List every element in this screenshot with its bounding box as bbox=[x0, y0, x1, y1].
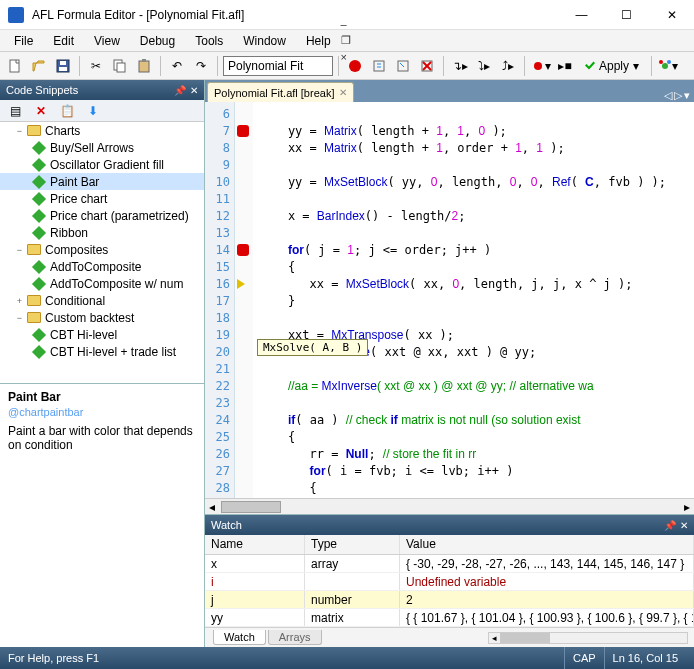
tree-item[interactable]: AddToComposite w/ num bbox=[0, 275, 204, 292]
pin-icon[interactable]: 📌 bbox=[174, 85, 186, 96]
tab-close-icon[interactable]: ✕ bbox=[339, 87, 347, 98]
watch-col-name[interactable]: Name bbox=[205, 535, 305, 554]
settings-button[interactable]: ▾ bbox=[657, 55, 679, 77]
watch-grid[interactable]: Name Type Value xarray{ -30, -29, -28, -… bbox=[205, 535, 694, 627]
gutter-blank[interactable] bbox=[235, 191, 253, 208]
menu-help[interactable]: Help bbox=[296, 31, 341, 51]
editor-hscrollbar[interactable]: ◂▸ bbox=[205, 498, 694, 514]
open-file-button[interactable] bbox=[28, 55, 50, 77]
gutter-blank[interactable] bbox=[235, 412, 253, 429]
tree-item[interactable]: CBT Hi-level + trade list bbox=[0, 343, 204, 360]
gutter-blank[interactable] bbox=[235, 140, 253, 157]
clear-button[interactable] bbox=[416, 55, 438, 77]
gutter-blank[interactable] bbox=[235, 327, 253, 344]
watch-row[interactable]: yymatrix{ { 101.67 }, { 101.04 }, { 100.… bbox=[205, 609, 694, 627]
watch-row[interactable]: xarray{ -30, -29, -28, -27, -26, ..., 14… bbox=[205, 555, 694, 573]
twist-icon[interactable]: + bbox=[14, 295, 25, 306]
watch-row[interactable]: iUndefined variable bbox=[205, 573, 694, 591]
gutter-blank[interactable] bbox=[235, 310, 253, 327]
gutter-blank[interactable] bbox=[235, 463, 253, 480]
twist-icon[interactable]: − bbox=[14, 125, 25, 136]
watch-pin-icon[interactable]: 📌 bbox=[664, 520, 676, 531]
watch-tab-arrays[interactable]: Arrays bbox=[268, 630, 322, 645]
svg-rect-0 bbox=[10, 60, 19, 72]
editor-tab[interactable]: Polynomial Fit.afl [break] ✕ bbox=[207, 82, 354, 102]
gutter-blank[interactable] bbox=[235, 106, 253, 123]
current-line-icon[interactable] bbox=[235, 276, 253, 293]
mdi-restore-icon[interactable]: ❐ bbox=[341, 34, 686, 47]
new-file-button[interactable] bbox=[4, 55, 26, 77]
gutter-blank[interactable] bbox=[235, 225, 253, 242]
menu-edit[interactable]: Edit bbox=[43, 31, 84, 51]
twist-icon[interactable]: − bbox=[14, 312, 25, 323]
tree-item[interactable]: AddToComposite bbox=[0, 258, 204, 275]
gutter-blank[interactable] bbox=[235, 344, 253, 361]
gutter-blank[interactable] bbox=[235, 361, 253, 378]
gutter-blank[interactable] bbox=[235, 174, 253, 191]
tab-menu-icon[interactable]: ▾ bbox=[684, 89, 690, 102]
tree-item[interactable]: Price chart bbox=[0, 190, 204, 207]
breakpoint-icon[interactable] bbox=[235, 123, 253, 140]
menu-tools[interactable]: Tools bbox=[185, 31, 233, 51]
gutter-blank[interactable] bbox=[235, 259, 253, 276]
tree-folder[interactable]: −Custom backtest bbox=[0, 309, 204, 326]
tool-button-2[interactable] bbox=[392, 55, 414, 77]
tree-item[interactable]: Price chart (parametrized) bbox=[0, 207, 204, 224]
tree-folder[interactable]: −Charts bbox=[0, 122, 204, 139]
record-button[interactable] bbox=[344, 55, 366, 77]
breakpoint-gutter[interactable] bbox=[235, 102, 253, 498]
gutter-blank[interactable] bbox=[235, 208, 253, 225]
gutter-blank[interactable] bbox=[235, 480, 253, 497]
copy-button[interactable] bbox=[109, 55, 131, 77]
watch-tab-watch[interactable]: Watch bbox=[213, 630, 266, 645]
save-file-button[interactable] bbox=[52, 55, 74, 77]
tree-folder[interactable]: +Conditional bbox=[0, 292, 204, 309]
tree-item[interactable]: Buy/Sell Arrows bbox=[0, 139, 204, 156]
watch-col-type[interactable]: Type bbox=[305, 535, 400, 554]
menu-window[interactable]: Window bbox=[233, 31, 296, 51]
gutter-blank[interactable] bbox=[235, 395, 253, 412]
menu-view[interactable]: View bbox=[84, 31, 130, 51]
breakpoint-button[interactable]: ▾ bbox=[530, 55, 552, 77]
step-out-button[interactable]: ⤴▸ bbox=[497, 55, 519, 77]
code-editor[interactable]: 6 7 8 9 10 11 12 13 14 15 16 17 18 19 20… bbox=[205, 102, 694, 498]
watch-col-value[interactable]: Value bbox=[400, 535, 694, 554]
paste-button[interactable] bbox=[133, 55, 155, 77]
watch-close-icon[interactable]: ✕ bbox=[680, 520, 688, 531]
breakpoint-icon[interactable] bbox=[235, 242, 253, 259]
tree-item[interactable]: Oscillator Gradient fill bbox=[0, 156, 204, 173]
watch-row[interactable]: jnumber2 bbox=[205, 591, 694, 609]
mdi-minimize-icon[interactable]: – bbox=[341, 18, 686, 30]
menu-debug[interactable]: Debug bbox=[130, 31, 185, 51]
gutter-blank[interactable] bbox=[235, 293, 253, 310]
gutter-blank[interactable] bbox=[235, 446, 253, 463]
tree-item[interactable]: CBT Hi-level bbox=[0, 326, 204, 343]
tool-button-1[interactable] bbox=[368, 55, 390, 77]
gutter-blank[interactable] bbox=[235, 429, 253, 446]
tree-folder[interactable]: −Composites bbox=[0, 241, 204, 258]
formula-name-input[interactable] bbox=[223, 56, 333, 76]
twist-icon[interactable]: − bbox=[14, 244, 25, 255]
expand-all-button[interactable]: ▤ bbox=[4, 100, 26, 122]
close-pane-icon[interactable]: ✕ bbox=[190, 85, 198, 96]
cut-button[interactable]: ✂ bbox=[85, 55, 107, 77]
tab-next-icon[interactable]: ▷ bbox=[674, 89, 682, 102]
code-area[interactable]: yy = Matrix( length + 1, 1, 0 ); xx = Ma… bbox=[253, 102, 694, 498]
snippets-tree[interactable]: −ChartsBuy/Sell ArrowsOscillator Gradien… bbox=[0, 122, 204, 384]
tab-prev-icon[interactable]: ◁ bbox=[664, 89, 672, 102]
watch-hscrollbar[interactable]: ◂ bbox=[488, 632, 688, 644]
watch-button[interactable]: ▸■ bbox=[554, 55, 576, 77]
tree-item[interactable]: Paint Bar bbox=[0, 173, 204, 190]
menu-file[interactable]: File bbox=[4, 31, 43, 51]
step-into-button[interactable]: ↴▸ bbox=[449, 55, 471, 77]
step-over-button[interactable]: ⤵▸ bbox=[473, 55, 495, 77]
apply-button[interactable]: Apply ▾ bbox=[578, 55, 646, 77]
gutter-blank[interactable] bbox=[235, 378, 253, 395]
undo-button[interactable]: ↶ bbox=[166, 55, 188, 77]
redo-button[interactable]: ↷ bbox=[190, 55, 212, 77]
tree-item[interactable]: Ribbon bbox=[0, 224, 204, 241]
delete-snippet-button[interactable]: ✕ bbox=[30, 100, 52, 122]
copy-snippet-button[interactable]: 📋 bbox=[56, 100, 78, 122]
gutter-blank[interactable] bbox=[235, 157, 253, 174]
import-snippet-button[interactable]: ⬇ bbox=[82, 100, 104, 122]
